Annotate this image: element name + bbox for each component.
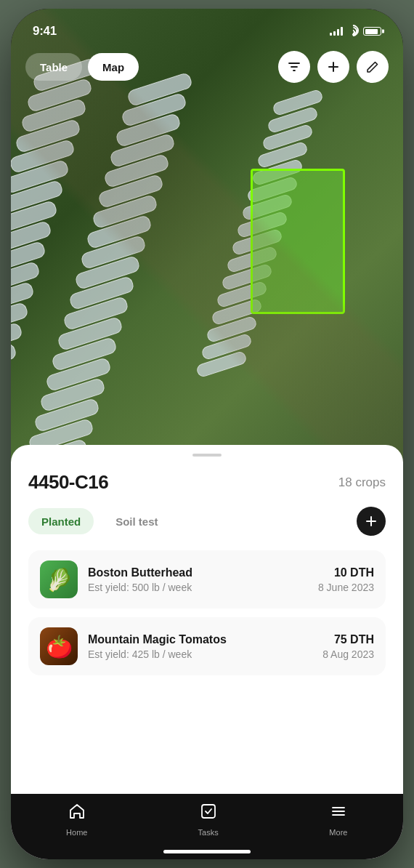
crop-date-0: 8 June 2023 [318, 582, 374, 593]
bottom-nav: Home Tasks More [11, 794, 403, 859]
crop-icon-0: 🥬 [40, 560, 78, 598]
crops-count: 18 crops [338, 475, 386, 490]
crop-yield-1: Est yield: 425 lb / week [88, 648, 312, 660]
crop-dth-1: 75 DTH [322, 633, 374, 646]
plus-icon [326, 60, 341, 74]
crop-dth-0: 10 DTH [318, 566, 374, 579]
home-indicator [163, 850, 251, 853]
signal-icon [330, 27, 343, 36]
panel-header: 4450-C16 18 crops [28, 471, 386, 494]
edit-button[interactable] [357, 51, 389, 83]
status-icons [330, 27, 381, 36]
nav-home[interactable]: Home [66, 802, 87, 837]
filter-icon [287, 60, 301, 74]
nav-tasks[interactable]: Tasks [198, 802, 219, 837]
crop-info-0: Boston Butterhead Est yield: 500 lb / we… [88, 566, 308, 593]
crop-meta-0: 10 DTH 8 June 2023 [318, 566, 374, 593]
crop-name-1: Mountain Magic Tomatos [88, 633, 312, 646]
nav-more-label: More [329, 828, 347, 837]
drag-handle[interactable] [192, 454, 222, 457]
pencil-icon [366, 60, 379, 73]
crop-emoji-0: 🥬 [46, 567, 73, 592]
home-icon [68, 802, 86, 825]
crop-icon-1: 🍅 [40, 627, 78, 665]
crop-meta-1: 75 DTH 8 Aug 2023 [322, 633, 374, 660]
highlighted-field[interactable] [251, 169, 345, 314]
wifi-icon [347, 27, 359, 36]
status-bar: 9:41 [11, 9, 403, 45]
crop-date-1: 8 Aug 2023 [322, 648, 374, 660]
tab-soil-test[interactable]: Soil test [102, 508, 171, 534]
crop-info-1: Mountain Magic Tomatos Est yield: 425 lb… [88, 633, 312, 660]
add-crop-button[interactable] [357, 507, 386, 536]
tasks-icon [199, 802, 218, 825]
view-toggle: Table Map [25, 53, 139, 81]
map-area[interactable]: Table Map [11, 9, 403, 489]
more-icon [329, 802, 348, 825]
crop-card-1[interactable]: 🍅 Mountain Magic Tomatos Est yield: 425 … [28, 617, 386, 675]
map-view-button[interactable]: Map [88, 53, 139, 81]
svg-rect-0 [202, 805, 215, 818]
battery-icon [363, 27, 381, 36]
tab-bar: Planted Soil test [28, 507, 386, 536]
nav-more[interactable]: More [329, 802, 348, 837]
status-time: 9:41 [33, 24, 57, 39]
panel-title: 4450-C16 [28, 471, 108, 494]
filter-button[interactable] [278, 51, 310, 83]
tab-planted[interactable]: Planted [28, 508, 94, 534]
add-button[interactable] [317, 51, 349, 83]
toolbar-actions [278, 51, 389, 83]
crop-name-0: Boston Butterhead [88, 566, 308, 579]
nav-home-label: Home [66, 828, 87, 837]
nav-tasks-label: Tasks [198, 828, 219, 837]
map-toolbar: Table Map [11, 51, 403, 83]
crop-yield-0: Est yield: 500 lb / week [88, 582, 308, 593]
crop-emoji-1: 🍅 [46, 634, 73, 659]
crop-card-0[interactable]: 🥬 Boston Butterhead Est yield: 500 lb / … [28, 550, 386, 608]
table-view-button[interactable]: Table [25, 53, 82, 81]
add-icon [365, 515, 378, 528]
phone-frame: 9:41 [11, 9, 403, 859]
